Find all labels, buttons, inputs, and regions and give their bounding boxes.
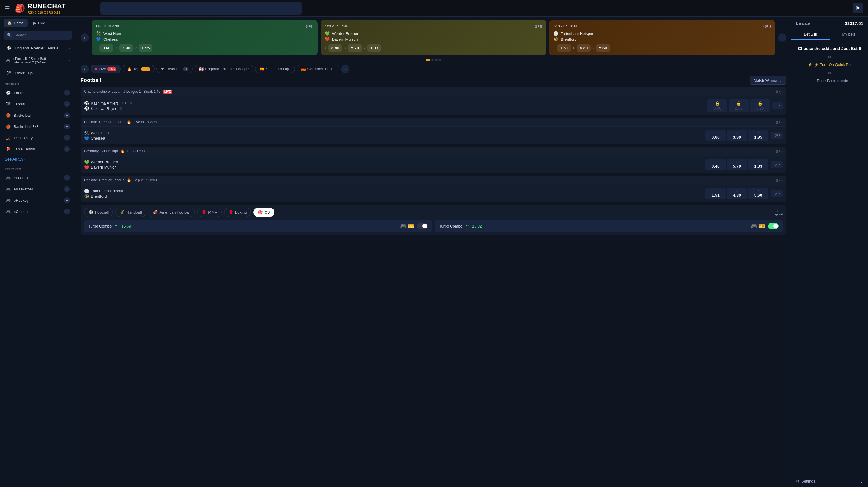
sidebar-item-tennis[interactable]: 🎾 Tennis + bbox=[2, 98, 74, 109]
icehockey-plus-btn[interactable]: + bbox=[64, 135, 70, 141]
dot-2[interactable] bbox=[431, 59, 434, 61]
sidebar-item-epl[interactable]: ⚽ England. Premier League › bbox=[2, 42, 74, 54]
expand-button[interactable]: ↑ Expand bbox=[773, 209, 783, 216]
odds-btn-werder-1[interactable]: 1 8.40 bbox=[706, 159, 725, 170]
card1-oddsx[interactable]: 3.90 bbox=[119, 45, 133, 52]
quick-bet-button[interactable]: ⚡ ⚡ Turn On Quick Bet bbox=[808, 62, 852, 67]
efootball-plus-btn[interactable]: + bbox=[64, 175, 70, 181]
card2-oddsx[interactable]: 5.70 bbox=[348, 45, 362, 52]
card2-team1: Werder Bremen bbox=[332, 31, 360, 36]
filter-tab-epl[interactable]: 🏴󠁧󠁢󠁥󠁮󠁧󠁿 England. Premier League bbox=[194, 64, 253, 73]
odds-val-w2: 1.33 bbox=[754, 164, 762, 169]
bet-tab-betslip[interactable]: Bet Slip bbox=[791, 29, 830, 40]
dot-3[interactable] bbox=[435, 59, 438, 61]
football-plus-btn[interactable]: + bbox=[64, 90, 70, 96]
filter-tab-live[interactable]: Live 165 bbox=[91, 64, 121, 73]
basketball-plus-btn[interactable]: + bbox=[64, 112, 70, 118]
filter-prev-btn[interactable]: ‹ bbox=[81, 65, 89, 73]
enter-code-button[interactable]: → Enter Betslip code bbox=[811, 79, 848, 83]
odds-btn-tottenham-1[interactable]: 1 1.51 bbox=[706, 188, 725, 199]
odds-btn-westham-x[interactable]: X 3.90 bbox=[727, 130, 747, 141]
tabletennis-plus-btn[interactable]: + bbox=[64, 146, 70, 152]
sidebar-item-esports[interactable]: 🎮 eFootball. ESportsBattle. Internationa… bbox=[2, 54, 74, 67]
main-content: ‹ Live in:1h 22m ((●)) ⚒️ West Ham 💙 Che… bbox=[76, 17, 791, 487]
odds-locked-x[interactable]: 🔒 2.37 bbox=[728, 99, 749, 112]
filter-tab-laliga[interactable]: 🇪🇸 Spain. La Liga bbox=[255, 64, 295, 73]
more-btn-tottenham[interactable]: +247 bbox=[771, 190, 783, 197]
live-badge: 165 bbox=[107, 67, 116, 71]
more-btn-werder[interactable]: +223 bbox=[771, 161, 783, 168]
see-all-sports[interactable]: See All (19) bbox=[0, 154, 76, 164]
card2-odds2[interactable]: 1.33 bbox=[367, 45, 381, 52]
bottom-tab-cs[interactable]: 🎯 CS bbox=[253, 208, 274, 217]
ehockey-plus-btn[interactable]: + bbox=[64, 197, 70, 203]
carousel-next-btn[interactable]: › bbox=[778, 33, 786, 42]
odds-btn-werder-x[interactable]: X 5.70 bbox=[727, 159, 747, 170]
sidebar-item-efootball[interactable]: 🎮 eFootball + bbox=[2, 172, 74, 183]
fire-icon: 🔥 bbox=[127, 67, 132, 71]
odds-btn-westham-1[interactable]: 1 3.60 bbox=[706, 130, 725, 141]
filter-tab-bundesliga[interactable]: 🇩🇪 Germany. Bun... bbox=[297, 64, 340, 73]
basketball3x3-plus-btn[interactable]: + bbox=[64, 123, 70, 130]
card3-oddsx[interactable]: 4.80 bbox=[577, 45, 591, 52]
filter-tab-favorites[interactable]: ★ Favorites 0 bbox=[156, 64, 193, 73]
card3-odds2[interactable]: 5.60 bbox=[596, 45, 610, 52]
flag-button[interactable]: ⚑ bbox=[852, 3, 863, 13]
search-input[interactable] bbox=[14, 33, 69, 37]
hamburger-icon[interactable]: ☰ bbox=[5, 5, 10, 12]
more-btn-kashima[interactable]: +28 bbox=[772, 102, 783, 109]
ebasketball-plus-btn[interactable]: + bbox=[64, 186, 70, 192]
bottom-tab-american-football[interactable]: 🏈 American Football bbox=[149, 208, 195, 217]
carousel-prev-btn[interactable]: ‹ bbox=[81, 33, 89, 42]
odds-btn-tottenham-x[interactable]: X 4.80 bbox=[727, 188, 747, 199]
sidebar-item-ehockey[interactable]: 🎮 eHockey + bbox=[2, 195, 74, 206]
filter-bundesliga-label: Germany. Bun... bbox=[307, 67, 335, 71]
sidebar-item-basketball[interactable]: 🏀 Basketball + bbox=[2, 110, 74, 120]
odds-btn-westham-2[interactable]: 2 1.95 bbox=[748, 130, 768, 141]
bet-slip-cta: Choose the odds and Just Bet It bbox=[798, 46, 862, 51]
sidebar-search-wrapper[interactable]: 🔍 bbox=[4, 30, 72, 40]
filter-next-btn[interactable]: › bbox=[341, 65, 349, 73]
sidebar-item-ecricket[interactable]: 🎮 eCricket + bbox=[2, 206, 74, 217]
sidebar-item-basketball3x3[interactable]: 🏀 Basketball 3x3 + bbox=[2, 121, 74, 132]
match-winner-label: Match Winner bbox=[754, 78, 777, 83]
sidebar-item-icehockey[interactable]: 🏒 Ice Hockey + bbox=[2, 133, 74, 143]
odds-btn-tottenham-2[interactable]: 2 5.60 bbox=[748, 188, 768, 199]
bet-tab-mybets[interactable]: My bets bbox=[830, 29, 868, 40]
match-group-bundesliga: Germany. Bundesliga 🔥 Sep 21 • 17:30 ((●… bbox=[81, 147, 786, 173]
settings-bar[interactable]: ⚙ Settings ⌄ bbox=[791, 475, 868, 487]
sidebar-item-football[interactable]: ⚽ Football + bbox=[2, 87, 74, 98]
dot-4[interactable] bbox=[439, 59, 441, 61]
bundesliga-league-name: Germany. Bundesliga bbox=[84, 149, 118, 153]
filter-tab-top[interactable]: 🔥 Top 152 bbox=[123, 64, 154, 73]
sidebar-item-tabletennis[interactable]: 🏓 Table Tennis + bbox=[2, 144, 74, 154]
sidebar-tab-home[interactable]: 🏠 Home bbox=[4, 19, 28, 27]
tennis-plus-btn[interactable]: + bbox=[64, 101, 70, 107]
sidebar-tab-live[interactable]: ▶ Live bbox=[30, 19, 49, 27]
card2-odds1[interactable]: 8.40 bbox=[328, 45, 342, 52]
odds-btn-werder-2[interactable]: 2 1.33 bbox=[748, 159, 768, 170]
bottom-tab-mma[interactable]: 🥊 MMA bbox=[197, 208, 221, 217]
ecricket-plus-btn[interactable]: + bbox=[64, 208, 70, 214]
live-icon: ▶ bbox=[33, 21, 36, 25]
bottom-tab-boxing[interactable]: 🥊 Boxing bbox=[224, 208, 251, 217]
werder-icon: 💚 bbox=[84, 160, 89, 164]
turbo-toggle-2[interactable] bbox=[768, 223, 779, 229]
card1-odds2[interactable]: 1.95 bbox=[138, 45, 152, 52]
odds-locked-1[interactable]: 🔒 3.00 bbox=[707, 99, 727, 112]
odds-locked-2[interactable]: 🔒 3.25 bbox=[750, 99, 770, 112]
match-winner-select[interactable]: Match Winner ⌄ bbox=[750, 76, 786, 85]
card1-odds1[interactable]: 3.60 bbox=[99, 45, 113, 52]
card3-odds1[interactable]: 1.51 bbox=[557, 45, 571, 52]
top-badge: 152 bbox=[141, 67, 150, 71]
bottom-tab-handball[interactable]: 🤾 Handball bbox=[116, 208, 146, 217]
epl-icon: ⚽ bbox=[6, 45, 12, 51]
more-btn-westham[interactable]: +253 bbox=[771, 132, 783, 139]
bottom-tab-football[interactable]: ⚽ Football bbox=[84, 208, 113, 217]
dot-1[interactable] bbox=[426, 59, 430, 61]
sidebar-item-laver[interactable]: 🎾 Laver Cup › bbox=[2, 67, 74, 79]
match-row-kashima: ⚽ Kashima Antlers H1 0 ⚽ Kashiwa Reysol … bbox=[81, 96, 786, 115]
sidebar-item-ebasketball[interactable]: 🎮 eBasketball + bbox=[2, 184, 74, 194]
turbo-card-1: Turbo Combo 〜 15.69 🎮 🎫 bbox=[84, 220, 432, 232]
turbo-toggle-1[interactable] bbox=[417, 223, 428, 229]
